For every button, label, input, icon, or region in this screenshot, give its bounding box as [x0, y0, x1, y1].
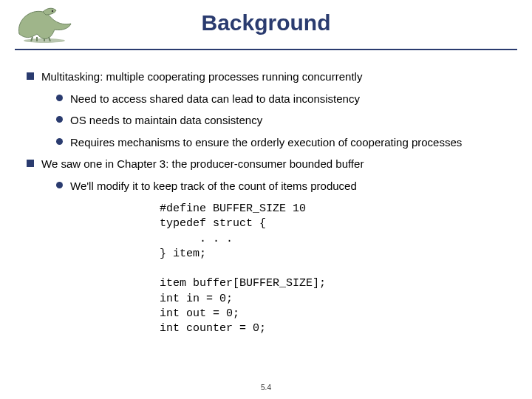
- bullet-text: We'll modify it to keep track of the cou…: [70, 179, 357, 194]
- bullet-lvl2: We'll modify it to keep track of the cou…: [56, 179, 505, 194]
- square-bullet-icon: [27, 160, 34, 167]
- square-bullet-icon: [27, 72, 34, 80]
- bullet-lvl1: Multitasking: multiple cooperating proce…: [27, 69, 505, 84]
- slide: Background Multitasking: multiple cooper…: [0, 0, 532, 399]
- slide-title: Background: [0, 4, 532, 35]
- bullet-lvl1: We saw one in Chapter 3: the producer-co…: [27, 157, 505, 171]
- slide-number: 5.4: [0, 383, 532, 392]
- round-bullet-icon: [56, 138, 63, 145]
- round-bullet-icon: [56, 182, 63, 188]
- bullet-lvl2: Requires mechanisms to ensure the orderl…: [56, 135, 505, 150]
- slide-body: Multitasking: multiple cooperating proce…: [0, 50, 532, 336]
- bullet-lvl2: Need to access shared data can lead to d…: [56, 92, 505, 106]
- slide-header: Background: [0, 0, 532, 50]
- bullet-text: Need to access shared data can lead to d…: [70, 92, 360, 106]
- bullet-text: OS needs to maintain data consistency: [70, 113, 262, 128]
- svg-point-1: [52, 10, 53, 12]
- round-bullet-icon: [56, 95, 63, 101]
- bullet-text: Requires mechanisms to ensure the orderl…: [70, 135, 462, 150]
- bullet-text: Multitasking: multiple cooperating proce…: [41, 69, 362, 84]
- title-underline: [15, 49, 517, 50]
- code-block: #define BUFFER_SIZE 10 typedef struct { …: [160, 202, 505, 336]
- bullet-lvl2: OS needs to maintain data consistency: [56, 113, 505, 128]
- bullet-text: We saw one in Chapter 3: the producer-co…: [41, 157, 364, 171]
- dinosaur-logo: [10, 4, 77, 43]
- round-bullet-icon: [56, 116, 63, 123]
